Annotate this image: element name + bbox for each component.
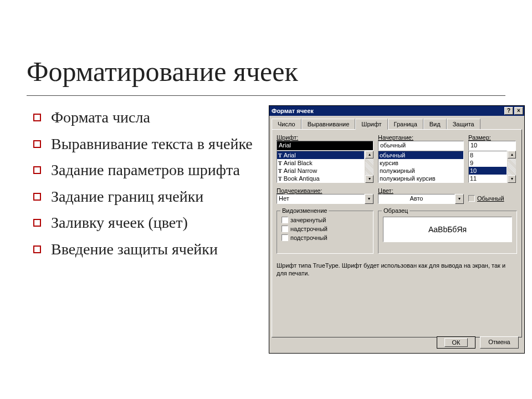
dialog-titlebar[interactable]: Формат ячеек ? × [269, 106, 524, 116]
title-underline [27, 95, 505, 96]
bullet-text: Формата числа [51, 108, 150, 127]
bullet-icon [33, 140, 41, 148]
size-list-item[interactable]: 10 [469, 167, 507, 175]
underline-dropdown[interactable]: Нет ▾ [277, 194, 374, 204]
checkbox-icon [282, 234, 288, 241]
ok-button[interactable]: ОК [437, 336, 475, 349]
dialog-title: Формат ячеек [272, 108, 314, 114]
font-list-item[interactable]: TArial Black [277, 159, 364, 167]
font-label: Шрифт: [277, 134, 374, 141]
underline-value: Нет [277, 194, 365, 204]
effect-strikethrough-checkbox[interactable]: зачеркнутый [282, 217, 369, 223]
help-button[interactable]: ? [504, 107, 513, 115]
style-listbox[interactable]: обычный курсив полужирный полужирный кур… [378, 151, 464, 183]
size-list-item[interactable]: 11 [469, 175, 507, 182]
cancel-button[interactable]: Отмена [480, 336, 519, 349]
font-scrollbar[interactable]: ▴ ▾ [365, 151, 374, 183]
tab-view[interactable]: Вид [423, 119, 447, 130]
bullet-text: Задание параметров шрифта [51, 161, 240, 180]
bullet-text: Введение защиты ячейки [51, 240, 218, 259]
scroll-down-icon[interactable]: ▾ [365, 175, 374, 183]
style-list-item[interactable]: полужирный [378, 167, 463, 175]
color-label: Цвет: [378, 187, 464, 194]
size-listbox[interactable]: 8 9 10 11 [468, 151, 507, 183]
preview-group-title: Образец [382, 207, 410, 214]
normal-checkbox-label: Обычный [477, 195, 504, 202]
bullet-icon [33, 114, 41, 121]
checkbox-icon [282, 217, 288, 223]
style-list-item[interactable]: обычный [378, 151, 463, 159]
size-label: Размер: [468, 134, 516, 141]
tab-panel-font: Шрифт: Arial TArial TArial Black TArial … [272, 129, 522, 337]
checkbox-icon [468, 195, 475, 202]
bullet-list: Формата числа Выравнивание текста в ячей… [33, 108, 260, 267]
scroll-up-icon[interactable]: ▴ [508, 151, 516, 158]
close-button[interactable]: × [514, 107, 523, 115]
size-scrollbar[interactable]: ▴ ▾ [507, 151, 516, 183]
effect-subscript-checkbox[interactable]: подстрочный [282, 234, 369, 241]
font-list-item[interactable]: TBook Antiqua [277, 175, 364, 182]
bullet-icon [33, 245, 41, 253]
scroll-down-icon[interactable]: ▾ [508, 175, 516, 183]
bullet-text: Выравнивание текста в ячейке [51, 135, 253, 154]
bullet-text: Задание границ ячейки [51, 187, 203, 206]
normal-checkbox[interactable]: Обычный [468, 195, 516, 202]
color-dropdown[interactable]: Авто ▾ [378, 194, 464, 204]
font-listbox[interactable]: TArial TArial Black TArial Narrow TBook … [277, 151, 365, 183]
style-list-item[interactable]: курсив [378, 159, 463, 167]
size-list-item[interactable]: 8 [469, 151, 507, 159]
underline-label: Подчеркивание: [277, 187, 374, 194]
scroll-up-icon[interactable]: ▴ [365, 151, 374, 158]
tab-number[interactable]: Число [272, 119, 301, 130]
chevron-down-icon[interactable]: ▾ [365, 194, 374, 204]
slide-title: Форматирование ячеек [27, 55, 298, 88]
format-cells-dialog: Формат ячеек ? × Число Выравнивание Шриф… [269, 105, 525, 354]
tab-font[interactable]: Шрифт [355, 119, 387, 130]
hint-text: Шрифт типа TrueType. Шрифт будет использ… [277, 262, 517, 278]
size-input[interactable]: 10 [468, 141, 516, 151]
effect-superscript-checkbox[interactable]: надстрочный [282, 226, 369, 232]
chevron-down-icon[interactable]: ▾ [455, 194, 464, 204]
bullet-text: Заливку ячеек (цвет) [51, 213, 188, 232]
style-list-item[interactable]: полужирный курсив [378, 175, 463, 182]
color-value: Авто [378, 194, 455, 204]
font-list-item[interactable]: TArial [277, 151, 364, 159]
style-label: Начертание: [378, 134, 464, 141]
tab-strip: Число Выравнивание Шрифт Граница Вид Защ… [272, 118, 522, 129]
tab-border[interactable]: Граница [388, 119, 423, 130]
size-list-item[interactable]: 9 [469, 159, 507, 167]
bullet-icon [33, 219, 41, 227]
font-input[interactable]: Arial [277, 141, 374, 151]
font-list-item[interactable]: TArial Narrow [277, 167, 364, 175]
preview-group: Образец AaBbБбЯя [378, 211, 517, 254]
effects-group-title: Видоизменение [280, 207, 329, 214]
checkbox-icon [282, 226, 288, 232]
preview-sample: AaBbБбЯя [383, 217, 512, 242]
dialog-footer: ОК Отмена [437, 336, 519, 349]
effects-group: Видоизменение зачеркнутый надстрочный по… [277, 211, 374, 254]
tab-alignment[interactable]: Выравнивание [301, 119, 356, 130]
tab-protection[interactable]: Защита [447, 119, 480, 130]
style-input[interactable]: обычный [378, 141, 464, 151]
bullet-icon [33, 166, 41, 174]
bullet-icon [33, 193, 41, 201]
